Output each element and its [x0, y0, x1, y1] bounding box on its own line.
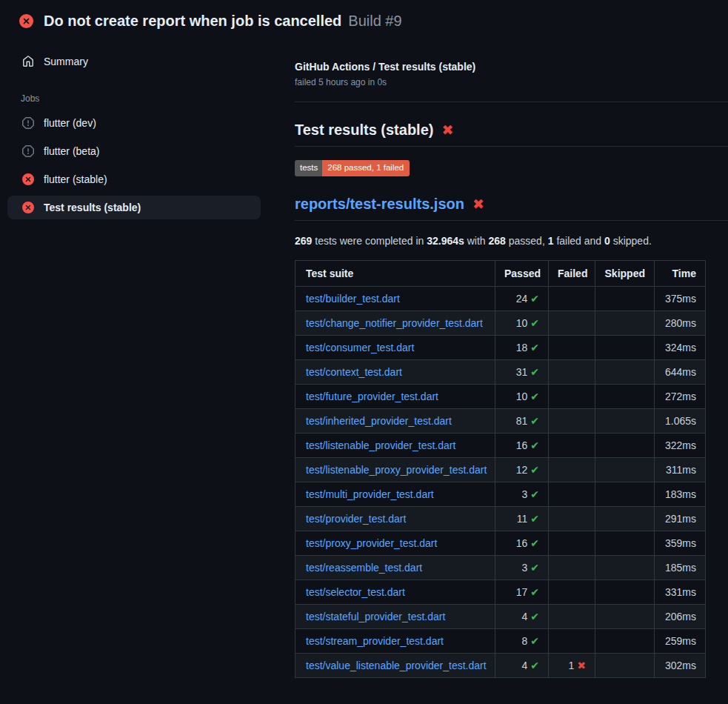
badge-label: tests	[295, 160, 322, 176]
column-header-skipped: Skipped	[595, 260, 655, 286]
run-header: Do not create report when job is cancell…	[0, 0, 728, 36]
suite-cell: test/builder_test.dart	[295, 286, 495, 311]
skipped-cell	[595, 335, 655, 359]
passed-cell: 10✔	[495, 384, 549, 408]
jobs-list: flutter (dev)flutter (beta)flutter (stab…	[7, 111, 261, 219]
passed-cell: 16✔	[495, 531, 549, 555]
time-cell: 259ms	[655, 628, 706, 653]
table-row: test/multi_provider_test.dart3✔183ms	[295, 482, 706, 506]
suite-link[interactable]: test/context_test.dart	[306, 366, 402, 378]
suite-link[interactable]: test/stream_provider_test.dart	[306, 635, 444, 647]
run-meta: failed 5 hours ago in 0s	[295, 77, 728, 87]
suite-link[interactable]: test/inherited_provider_test.dart	[306, 415, 452, 427]
suite-link[interactable]: test/provider_test.dart	[306, 513, 406, 525]
cancelled-stop-icon	[22, 117, 34, 129]
failure-circle-icon	[22, 173, 34, 185]
cancelled-stop-icon	[22, 145, 34, 157]
summary-segment: 32.964s	[427, 235, 464, 247]
table-row: test/stateful_provider_test.dart4✔206ms	[295, 604, 706, 628]
cross-mark-icon: ✖	[472, 197, 484, 211]
table-row: test/value_listenable_provider_test.dart…	[295, 653, 706, 677]
suite-cell: test/context_test.dart	[295, 359, 495, 384]
passed-cell: 4✔	[495, 653, 549, 677]
suite-link[interactable]: test/future_provider_test.dart	[306, 391, 438, 402]
suite-link[interactable]: test/reassemble_test.dart	[306, 562, 422, 574]
table-row: test/provider_test.dart11✔291ms	[295, 506, 706, 531]
suite-cell: test/reassemble_test.dart	[295, 555, 495, 580]
suite-link[interactable]: test/listenable_provider_test.dart	[306, 439, 455, 451]
failed-cell	[549, 628, 595, 653]
failed-cell: 1✖	[549, 653, 595, 677]
check-icon: ✔	[530, 586, 539, 598]
workflow-breadcrumb: GitHub Actions / Test results (stable)	[295, 61, 728, 73]
passed-cell: 17✔	[495, 580, 549, 604]
sidebar-item-job[interactable]: Test results (stable)	[7, 196, 261, 219]
sidebar-item-job[interactable]: flutter (beta)	[7, 139, 261, 163]
passed-cell: 3✔	[495, 555, 549, 580]
failed-cell	[549, 457, 595, 482]
check-icon: ✔	[530, 366, 539, 378]
passed-cell: 4✔	[495, 604, 549, 628]
skipped-cell	[595, 384, 655, 408]
skipped-cell	[595, 482, 655, 506]
failed-cell	[549, 555, 595, 580]
skipped-cell	[595, 286, 655, 311]
suite-link[interactable]: test/consumer_test.dart	[306, 342, 414, 353]
suite-link[interactable]: test/builder_test.dart	[306, 293, 400, 305]
report-file-link[interactable]: reports/test-results.json	[295, 196, 464, 213]
check-icon: ✔	[530, 635, 539, 647]
column-header-test-suite: Test suite	[295, 260, 495, 286]
jobs-section-label: Jobs	[7, 93, 261, 104]
table-row: test/selector_test.dart17✔331ms	[295, 580, 706, 604]
sidebar-item-job[interactable]: flutter (dev)	[7, 111, 261, 135]
suite-cell: test/multi_provider_test.dart	[295, 482, 495, 506]
skipped-cell	[595, 604, 655, 628]
time-cell: 311ms	[655, 457, 706, 482]
column-header-time: Time	[655, 260, 706, 286]
suite-link[interactable]: test/change_notifier_provider_test.dart	[306, 317, 483, 329]
skipped-cell	[595, 433, 655, 457]
passed-cell: 3✔	[495, 482, 549, 506]
time-cell: 302ms	[655, 653, 706, 677]
suite-link[interactable]: test/multi_provider_test.dart	[306, 488, 434, 500]
check-icon: ✔	[530, 562, 539, 574]
check-icon: ✔	[530, 317, 539, 329]
suite-link[interactable]: test/listenable_proxy_provider_test.dart	[306, 464, 487, 476]
home-icon	[22, 56, 34, 67]
job-label: Test results (stable)	[44, 202, 141, 213]
table-row: test/consumer_test.dart18✔324ms	[295, 335, 706, 359]
table-row: test/builder_test.dart24✔375ms	[295, 286, 706, 311]
test-results-table: Test suitePassedFailedSkippedTime test/b…	[295, 260, 706, 678]
summary-segment: failed and	[554, 235, 605, 247]
skipped-cell	[595, 311, 655, 335]
suite-link[interactable]: test/value_listenable_provider_test.dart	[306, 660, 487, 671]
suite-link[interactable]: test/stateful_provider_test.dart	[306, 611, 445, 622]
time-cell: 291ms	[655, 506, 706, 531]
sidebar-item-summary[interactable]: Summary	[7, 50, 261, 73]
passed-cell: 16✔	[495, 433, 549, 457]
sidebar-item-job[interactable]: flutter (stable)	[7, 167, 261, 191]
suite-cell: test/consumer_test.dart	[295, 335, 495, 359]
failure-circle-icon	[22, 202, 34, 213]
passed-cell: 24✔	[495, 286, 549, 311]
suite-cell: test/inherited_provider_test.dart	[295, 408, 495, 433]
summary-segment: passed,	[506, 235, 548, 247]
time-cell: 324ms	[655, 335, 706, 359]
check-icon: ✔	[530, 342, 539, 353]
skipped-cell	[595, 457, 655, 482]
passed-cell: 12✔	[495, 457, 549, 482]
suite-link[interactable]: test/proxy_provider_test.dart	[306, 537, 437, 549]
table-row: test/stream_provider_test.dart8✔259ms	[295, 628, 706, 653]
suite-cell: test/provider_test.dart	[295, 506, 495, 531]
badge-value: 268 passed, 1 failed	[322, 160, 410, 176]
summary-segment: 0	[604, 235, 610, 247]
summary-segment: with	[464, 235, 489, 247]
skipped-cell	[595, 408, 655, 433]
skipped-cell	[595, 555, 655, 580]
section-heading: Test results (stable) ✖	[295, 122, 728, 147]
suite-link[interactable]: test/selector_test.dart	[306, 586, 405, 598]
time-cell: 1.065s	[655, 408, 706, 433]
skipped-cell	[595, 506, 655, 531]
check-icon: ✔	[530, 439, 539, 451]
time-cell: 206ms	[655, 604, 706, 628]
